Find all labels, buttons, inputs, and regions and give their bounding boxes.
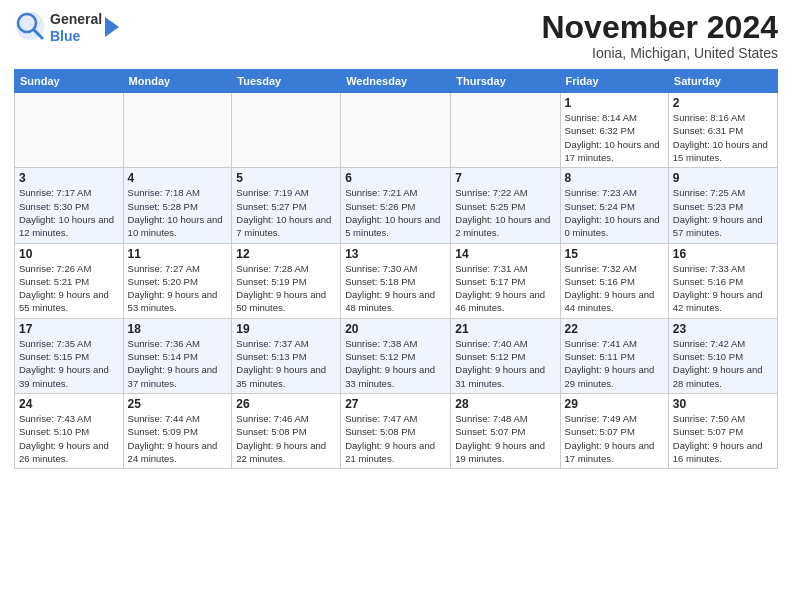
day-number: 23 — [673, 322, 773, 336]
day-number: 24 — [19, 397, 119, 411]
day-cell — [15, 93, 124, 168]
day-number: 13 — [345, 247, 446, 261]
day-info: Sunrise: 7:44 AM Sunset: 5:09 PM Dayligh… — [128, 412, 228, 465]
day-info: Sunrise: 7:21 AM Sunset: 5:26 PM Dayligh… — [345, 186, 446, 239]
day-cell: 30Sunrise: 7:50 AM Sunset: 5:07 PM Dayli… — [668, 393, 777, 468]
day-number: 19 — [236, 322, 336, 336]
week-row: 1Sunrise: 8:14 AM Sunset: 6:32 PM Daylig… — [15, 93, 778, 168]
header: General Blue November 2024 Ionia, Michig… — [14, 10, 778, 61]
day-info: Sunrise: 7:28 AM Sunset: 5:19 PM Dayligh… — [236, 262, 336, 315]
day-info: Sunrise: 7:30 AM Sunset: 5:18 PM Dayligh… — [345, 262, 446, 315]
day-info: Sunrise: 7:26 AM Sunset: 5:21 PM Dayligh… — [19, 262, 119, 315]
day-cell: 7Sunrise: 7:22 AM Sunset: 5:25 PM Daylig… — [451, 168, 560, 243]
day-number: 11 — [128, 247, 228, 261]
day-number: 26 — [236, 397, 336, 411]
week-row: 10Sunrise: 7:26 AM Sunset: 5:21 PM Dayli… — [15, 243, 778, 318]
month-title: November 2024 — [541, 10, 778, 45]
week-row: 24Sunrise: 7:43 AM Sunset: 5:10 PM Dayli… — [15, 393, 778, 468]
day-info: Sunrise: 7:17 AM Sunset: 5:30 PM Dayligh… — [19, 186, 119, 239]
day-cell: 8Sunrise: 7:23 AM Sunset: 5:24 PM Daylig… — [560, 168, 668, 243]
day-cell — [232, 93, 341, 168]
day-info: Sunrise: 7:47 AM Sunset: 5:08 PM Dayligh… — [345, 412, 446, 465]
day-cell: 27Sunrise: 7:47 AM Sunset: 5:08 PM Dayli… — [341, 393, 451, 468]
logo-general: General — [50, 11, 102, 27]
day-info: Sunrise: 7:25 AM Sunset: 5:23 PM Dayligh… — [673, 186, 773, 239]
day-number: 16 — [673, 247, 773, 261]
day-cell: 17Sunrise: 7:35 AM Sunset: 5:15 PM Dayli… — [15, 318, 124, 393]
day-info: Sunrise: 7:41 AM Sunset: 5:11 PM Dayligh… — [565, 337, 664, 390]
column-header-monday: Monday — [123, 70, 232, 93]
day-number: 9 — [673, 171, 773, 185]
column-header-wednesday: Wednesday — [341, 70, 451, 93]
calendar-table: SundayMondayTuesdayWednesdayThursdayFrid… — [14, 69, 778, 469]
column-header-friday: Friday — [560, 70, 668, 93]
column-header-tuesday: Tuesday — [232, 70, 341, 93]
day-info: Sunrise: 7:49 AM Sunset: 5:07 PM Dayligh… — [565, 412, 664, 465]
logo: General Blue — [14, 10, 119, 46]
logo-blue: Blue — [50, 28, 80, 44]
day-number: 22 — [565, 322, 664, 336]
day-cell: 21Sunrise: 7:40 AM Sunset: 5:12 PM Dayli… — [451, 318, 560, 393]
location: Ionia, Michigan, United States — [541, 45, 778, 61]
day-cell: 18Sunrise: 7:36 AM Sunset: 5:14 PM Dayli… — [123, 318, 232, 393]
day-cell: 26Sunrise: 7:46 AM Sunset: 5:08 PM Dayli… — [232, 393, 341, 468]
day-cell: 13Sunrise: 7:30 AM Sunset: 5:18 PM Dayli… — [341, 243, 451, 318]
day-number: 4 — [128, 171, 228, 185]
day-cell — [451, 93, 560, 168]
logo-arrow — [105, 17, 119, 37]
day-cell: 11Sunrise: 7:27 AM Sunset: 5:20 PM Dayli… — [123, 243, 232, 318]
day-info: Sunrise: 7:43 AM Sunset: 5:10 PM Dayligh… — [19, 412, 119, 465]
day-cell: 6Sunrise: 7:21 AM Sunset: 5:26 PM Daylig… — [341, 168, 451, 243]
day-number: 7 — [455, 171, 555, 185]
day-info: Sunrise: 7:42 AM Sunset: 5:10 PM Dayligh… — [673, 337, 773, 390]
day-number: 28 — [455, 397, 555, 411]
day-number: 3 — [19, 171, 119, 185]
day-info: Sunrise: 7:37 AM Sunset: 5:13 PM Dayligh… — [236, 337, 336, 390]
day-number: 2 — [673, 96, 773, 110]
day-info: Sunrise: 7:38 AM Sunset: 5:12 PM Dayligh… — [345, 337, 446, 390]
day-cell: 29Sunrise: 7:49 AM Sunset: 5:07 PM Dayli… — [560, 393, 668, 468]
day-cell: 4Sunrise: 7:18 AM Sunset: 5:28 PM Daylig… — [123, 168, 232, 243]
day-number: 27 — [345, 397, 446, 411]
day-number: 14 — [455, 247, 555, 261]
column-header-saturday: Saturday — [668, 70, 777, 93]
day-cell: 25Sunrise: 7:44 AM Sunset: 5:09 PM Dayli… — [123, 393, 232, 468]
day-number: 1 — [565, 96, 664, 110]
day-cell: 2Sunrise: 8:16 AM Sunset: 6:31 PM Daylig… — [668, 93, 777, 168]
day-info: Sunrise: 7:48 AM Sunset: 5:07 PM Dayligh… — [455, 412, 555, 465]
day-info: Sunrise: 8:14 AM Sunset: 6:32 PM Dayligh… — [565, 111, 664, 164]
day-info: Sunrise: 7:27 AM Sunset: 5:20 PM Dayligh… — [128, 262, 228, 315]
day-info: Sunrise: 7:32 AM Sunset: 5:16 PM Dayligh… — [565, 262, 664, 315]
day-number: 21 — [455, 322, 555, 336]
day-number: 17 — [19, 322, 119, 336]
day-number: 10 — [19, 247, 119, 261]
week-row: 17Sunrise: 7:35 AM Sunset: 5:15 PM Dayli… — [15, 318, 778, 393]
title-area: November 2024 Ionia, Michigan, United St… — [541, 10, 778, 61]
day-cell: 12Sunrise: 7:28 AM Sunset: 5:19 PM Dayli… — [232, 243, 341, 318]
day-number: 30 — [673, 397, 773, 411]
day-cell: 15Sunrise: 7:32 AM Sunset: 5:16 PM Dayli… — [560, 243, 668, 318]
day-cell: 1Sunrise: 8:14 AM Sunset: 6:32 PM Daylig… — [560, 93, 668, 168]
day-info: Sunrise: 7:19 AM Sunset: 5:27 PM Dayligh… — [236, 186, 336, 239]
day-cell: 20Sunrise: 7:38 AM Sunset: 5:12 PM Dayli… — [341, 318, 451, 393]
day-info: Sunrise: 8:16 AM Sunset: 6:31 PM Dayligh… — [673, 111, 773, 164]
logo-icon — [14, 10, 46, 42]
day-cell: 23Sunrise: 7:42 AM Sunset: 5:10 PM Dayli… — [668, 318, 777, 393]
day-number: 5 — [236, 171, 336, 185]
day-cell: 19Sunrise: 7:37 AM Sunset: 5:13 PM Dayli… — [232, 318, 341, 393]
day-number: 12 — [236, 247, 336, 261]
day-number: 18 — [128, 322, 228, 336]
header-row: SundayMondayTuesdayWednesdayThursdayFrid… — [15, 70, 778, 93]
day-info: Sunrise: 7:46 AM Sunset: 5:08 PM Dayligh… — [236, 412, 336, 465]
day-cell — [123, 93, 232, 168]
day-info: Sunrise: 7:50 AM Sunset: 5:07 PM Dayligh… — [673, 412, 773, 465]
column-header-sunday: Sunday — [15, 70, 124, 93]
day-info: Sunrise: 7:23 AM Sunset: 5:24 PM Dayligh… — [565, 186, 664, 239]
day-cell — [341, 93, 451, 168]
day-info: Sunrise: 7:31 AM Sunset: 5:17 PM Dayligh… — [455, 262, 555, 315]
day-number: 8 — [565, 171, 664, 185]
day-info: Sunrise: 7:36 AM Sunset: 5:14 PM Dayligh… — [128, 337, 228, 390]
day-number: 20 — [345, 322, 446, 336]
day-cell: 16Sunrise: 7:33 AM Sunset: 5:16 PM Dayli… — [668, 243, 777, 318]
day-info: Sunrise: 7:40 AM Sunset: 5:12 PM Dayligh… — [455, 337, 555, 390]
